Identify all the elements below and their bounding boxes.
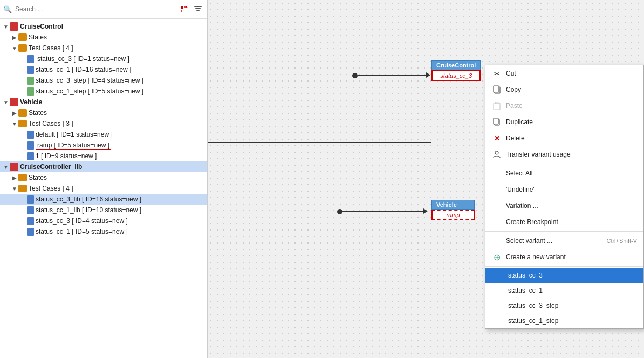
tree-node-status-cc-3-step[interactable]: ▶ status_cc_3_step [ ID=4 status=new ] xyxy=(0,75,207,86)
toggle-arrow[interactable]: ▼ xyxy=(11,121,18,127)
undefine-icon xyxy=(492,185,502,194)
svg-rect-12 xyxy=(494,118,498,124)
doc-icon xyxy=(27,206,34,214)
arrow-dot-cruise xyxy=(352,73,358,78)
left-panel: 🔍 ▼ CruiseControl ▶ States ▼ xyxy=(0,0,208,358)
tree-node-vehicle-states[interactable]: ▶ States xyxy=(0,107,207,118)
ctx-create-variant[interactable]: ⊕ Create a new variant xyxy=(485,249,643,265)
tree-node-cclib-status-cc-1[interactable]: ▶ status_cc_1 [ ID=5 status=new ] xyxy=(0,226,207,237)
tree-node-status-cc-3-lib[interactable]: ▶ status_cc_3_lib [ ID=16 status=new ] xyxy=(0,194,207,205)
search-input[interactable] xyxy=(15,5,178,13)
tree-node-cclib-testcases[interactable]: ▼ Test Cases [ 4 ] xyxy=(0,183,207,194)
tree-container: ▼ CruiseControl ▶ States ▼ Test Cases [ … xyxy=(0,19,207,358)
svg-rect-9 xyxy=(494,103,500,110)
variation-icon xyxy=(492,201,502,211)
create-variant-icon: ⊕ xyxy=(492,252,502,262)
toggle-arrow[interactable]: ▼ xyxy=(2,164,10,170)
toggle-arrow[interactable]: ▶ xyxy=(11,35,18,40)
ctx-cut[interactable]: ✂ Cut xyxy=(485,65,643,82)
transfer-icon xyxy=(492,150,502,159)
ctx-undefine[interactable]: 'Undefine' xyxy=(485,181,643,198)
ctx-breakpoint[interactable]: Create Breakpoint xyxy=(485,214,643,230)
node-body-cruise: status_cc_3 xyxy=(431,70,481,81)
toggle-arrow[interactable]: ▼ xyxy=(2,99,10,105)
node-label: status_cc_3 [ ID=4 status=new ] xyxy=(36,217,128,225)
tree-node-status-cc-1[interactable]: ▶ status_cc_1 [ ID=16 status=new ] xyxy=(0,64,207,75)
ctx-breakpoint-label: Create Breakpoint xyxy=(506,218,558,226)
filter-button[interactable] xyxy=(192,3,204,15)
tree-node-ramp[interactable]: ▶ ramp [ ID=5 status=new ] xyxy=(0,140,207,151)
tree-node-cruise-testcases[interactable]: ▼ Test Cases [ 4 ] xyxy=(0,43,207,53)
doc-icon xyxy=(27,141,34,150)
tree-node-default[interactable]: ▶ default [ ID=1 status=new ] xyxy=(0,129,207,140)
folder-icon xyxy=(18,174,27,181)
svg-rect-5 xyxy=(195,8,201,9)
node-label: Vehicle xyxy=(20,98,42,106)
ctx-variant-option-4[interactable]: status_cc_1_step xyxy=(485,313,643,328)
ctx-variant-option-1[interactable]: status_cc_3 xyxy=(485,268,643,283)
ctx-transfer-label: Transfer variant usage xyxy=(506,151,571,158)
toggle-arrow[interactable]: ▼ xyxy=(11,186,18,192)
diagram-node-cruise[interactable]: CruiseControl status_cc_3 xyxy=(431,60,481,81)
ctx-variant-label-2: status_cc_1 xyxy=(508,287,543,294)
ctx-copy[interactable]: Copy xyxy=(485,82,643,98)
delete-icon: ✕ xyxy=(492,133,502,143)
paste-icon xyxy=(492,101,502,111)
h-line xyxy=(208,142,431,143)
ctx-duplicate[interactable]: Duplicate xyxy=(485,114,643,130)
node-label: Test Cases [ 3 ] xyxy=(29,120,73,127)
cut-icon: ✂ xyxy=(492,69,502,78)
ctx-undefine-label: 'Undefine' xyxy=(506,186,535,193)
ctx-delete-label: Delete xyxy=(506,134,525,142)
ctx-create-variant-label: Create a new variant xyxy=(506,253,566,261)
tree-node-cruisecontrol[interactable]: ▼ CruiseControl xyxy=(0,21,207,32)
tree-node-cclib-status-cc-3[interactable]: ▶ status_cc_3 [ ID=4 status=new ] xyxy=(0,215,207,226)
folder-icon xyxy=(18,33,27,41)
doc-icon xyxy=(27,131,34,139)
folder-icon xyxy=(18,109,27,117)
ctx-select-variant[interactable]: Select variant ... Ctrl+Shift-V xyxy=(485,233,643,249)
ctx-paste[interactable]: Paste xyxy=(485,98,643,114)
ctx-select-all-label: Select All xyxy=(506,170,532,177)
tree-node-cruise-states[interactable]: ▶ States xyxy=(0,32,207,43)
tree-node-vehicle-testcases[interactable]: ▼ Test Cases [ 3 ] xyxy=(0,118,207,129)
breakpoint-icon xyxy=(492,217,502,227)
diagram-node-vehicle[interactable]: Vehicle ramp xyxy=(431,200,475,220)
arrow-line-cruise xyxy=(358,75,429,76)
tree-node-1[interactable]: ▶ 1 [ ID=9 status=new ] xyxy=(0,151,207,161)
ctx-select-variant-shortcut: Ctrl+Shift-V xyxy=(606,238,637,244)
tree-node-cclib-states[interactable]: ▶ States xyxy=(0,172,207,183)
svg-rect-8 xyxy=(494,86,499,92)
toggle-arrow[interactable]: ▼ xyxy=(11,45,18,51)
toggle-arrow[interactable]: ▼ xyxy=(2,24,10,30)
node-label: Test Cases [ 4 ] xyxy=(29,185,73,192)
toggle-arrow[interactable]: ▶ xyxy=(11,110,18,116)
toggle-arrow[interactable]: ▶ xyxy=(11,175,18,181)
main-canvas[interactable]: CruiseControl status_cc_3 Vehicle ramp ✂… xyxy=(208,0,644,358)
variant-check-icon xyxy=(494,271,504,280)
tree-node-status-cc-1-step[interactable]: ▶ status_cc_1_step [ ID=5 status=new ] xyxy=(0,86,207,97)
node-label: ramp [ ID=5 status=new ] xyxy=(36,141,111,150)
tree-node-cclib[interactable]: ▼ CruiseController_lib xyxy=(0,161,207,172)
ctx-delete[interactable]: ✕ Delete xyxy=(485,130,643,146)
ctx-variant-option-3[interactable]: status_cc_3_step xyxy=(485,298,643,313)
ctx-variant-option-2[interactable]: status_cc_1 xyxy=(485,283,643,298)
tree-node-vehicle[interactable]: ▼ Vehicle xyxy=(0,97,207,107)
ctx-duplicate-label: Duplicate xyxy=(506,118,533,126)
folder-icon xyxy=(18,185,27,192)
docstep-icon xyxy=(27,87,34,96)
ctx-paste-label: Paste xyxy=(506,102,523,110)
ctx-transfer[interactable]: Transfer variant usage xyxy=(485,146,643,163)
ctx-cut-label: Cut xyxy=(506,70,516,77)
svg-rect-6 xyxy=(196,10,200,11)
ctx-select-all[interactable]: Select All xyxy=(485,165,643,181)
tree-node-status-cc-1-lib[interactable]: ▶ status_cc_1_lib [ ID=10 status=new ] xyxy=(0,205,207,215)
ctx-sep3 xyxy=(485,266,643,267)
doc-icon xyxy=(27,228,34,236)
tree-node-status-cc-3[interactable]: ▶ status_cc_3 [ ID=1 status=new ] xyxy=(0,53,207,64)
node-body-vehicle: ramp xyxy=(431,210,475,220)
doc-icon xyxy=(27,55,34,63)
node-label: status_cc_3_lib [ ID=16 status=new ] xyxy=(36,195,141,203)
ctx-variation[interactable]: Variation ... xyxy=(485,198,643,214)
clear-filter-button[interactable] xyxy=(178,3,190,15)
